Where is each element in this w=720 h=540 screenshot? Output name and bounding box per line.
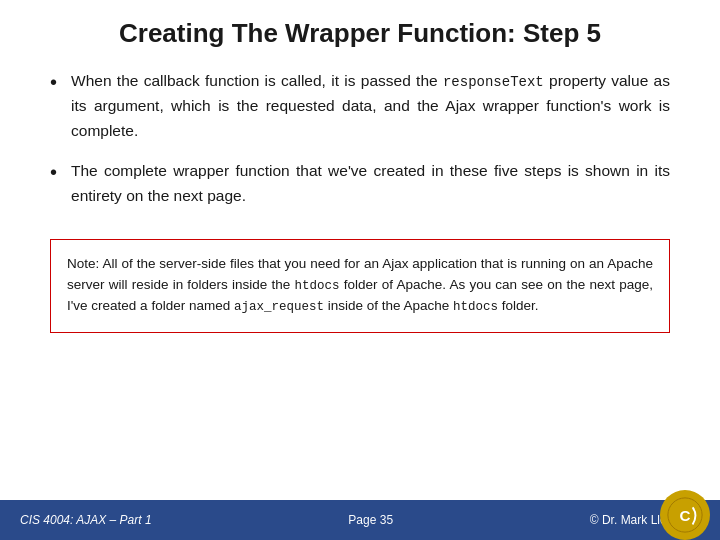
bullet-dot-2: • [50,161,57,184]
slide: Creating The Wrapper Function: Step 5 • … [0,0,720,540]
note-box: Note: All of the server-side files that … [50,239,670,333]
svg-text:C: C [680,507,691,524]
code-htdocs-1: htdocs [295,279,340,293]
bullet-item-2: • The complete wrapper function that we'… [50,159,670,209]
footer-course: CIS 4004: AJAX – Part 1 [20,513,152,527]
slide-content: • When the callback function is called, … [0,59,720,500]
code-responsetext: responseText [443,74,544,90]
slide-title: Creating The Wrapper Function: Step 5 [0,0,720,59]
note-text: Note: All of the server-side files that … [67,256,653,313]
footer-logo: C [660,490,710,540]
bullet-dot-1: • [50,71,57,94]
bullet-item-1: • When the callback function is called, … [50,69,670,143]
code-ajax-request: ajax_request [234,300,324,314]
logo-icon: C [666,496,704,534]
bullet-text-2: The complete wrapper function that we've… [71,159,670,209]
code-htdocs-2: htdocs [453,300,498,314]
slide-footer: CIS 4004: AJAX – Part 1 Page 35 © Dr. Ma… [0,500,720,540]
logo-circle: C [660,490,710,540]
bullet-text-1: When the callback function is called, it… [71,69,670,143]
footer-page: Page 35 [348,513,393,527]
